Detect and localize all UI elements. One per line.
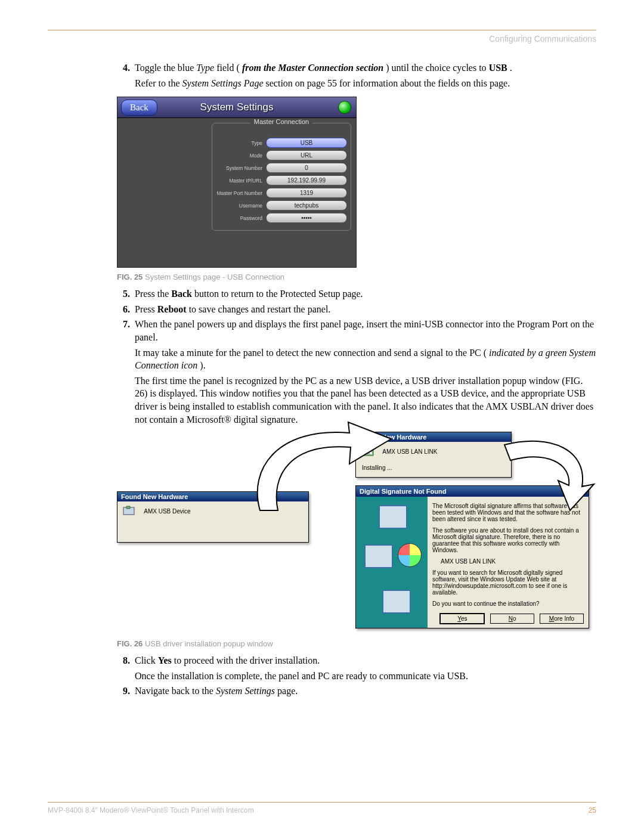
text: to save changes and restart the panel.	[189, 304, 331, 314]
field-value[interactable]: •••••	[266, 213, 347, 223]
device-name: AMX USB Device	[144, 508, 190, 515]
field-label: Type	[216, 140, 266, 146]
title-text: Found New Hardware	[360, 433, 426, 441]
figure-26-caption: FIG. 26 USB driver installation popup wi…	[117, 639, 596, 648]
dialog-text: The Microsoft digital signature affirms …	[432, 503, 584, 522]
window-title: Found New Hardware	[356, 432, 511, 442]
dialog-text: The software you are about to install do…	[432, 527, 584, 553]
step-number: 6.	[113, 303, 135, 316]
text: Refer to the	[135, 78, 182, 88]
figure-number: FIG. 26	[117, 639, 143, 648]
text: Navigate back to the	[135, 686, 216, 696]
field-row: Password•••••	[216, 213, 347, 223]
digital-signature-dialog: Digital Signature Not Found × The Micros…	[355, 485, 589, 628]
field-value[interactable]: USB	[266, 138, 347, 148]
text: Reboot	[157, 304, 187, 314]
text: Press the	[135, 289, 171, 299]
dialog-text: AMX USB LAN LINK	[441, 558, 584, 565]
group-legend: Master Connection	[250, 118, 312, 125]
dialog-text: Do you want to continue the installation…	[432, 600, 584, 607]
step-4: 4. Toggle the blue Type field ( from the…	[113, 61, 596, 89]
field-value[interactable]: 1319	[266, 188, 347, 198]
connection-status-icon	[338, 101, 351, 114]
page-number: 25	[589, 806, 596, 815]
field-label: System Number	[216, 165, 266, 171]
field-label: Master IP/URL	[216, 178, 266, 184]
no-button[interactable]: NNoo	[490, 614, 534, 624]
text: ).	[200, 360, 205, 370]
step-5: 5. Press the Back button to return to th…	[113, 287, 596, 301]
step-number: 7.	[113, 318, 135, 426]
status-text: Installing ...	[362, 465, 506, 471]
field-label: Password	[216, 215, 266, 221]
field-row: Usernametechpubs	[216, 200, 347, 210]
window-title: Found New Hardware	[117, 492, 308, 501]
svg-rect-1	[363, 448, 367, 451]
caption-text: System Settings page - USB Connection	[143, 272, 284, 281]
text: Click	[135, 655, 158, 665]
caption-text: USB driver installation popup window	[143, 639, 273, 648]
step-6: 6. Press Reboot to save changes and rest…	[113, 303, 596, 316]
field-value[interactable]: URL	[266, 150, 347, 160]
section-header: Configuring Communications	[48, 34, 596, 44]
page-footer: MVP-8400i 8.4" Modero® ViewPoint® Touch …	[48, 802, 596, 815]
text: The first time the panel is recognized b…	[135, 374, 596, 426]
footer-text: MVP-8400i 8.4" Modero® ViewPoint® Touch …	[48, 806, 254, 815]
step-number: 4.	[113, 61, 135, 89]
field-row: TypeUSB	[216, 138, 347, 148]
field-row: System Number0	[216, 163, 347, 173]
text: field (	[216, 63, 240, 73]
step-9: 9. Navigate back to the System Settings …	[113, 685, 596, 698]
found-new-hardware-tooltip-1: Found New Hardware AMX USB LAN LINK Inst…	[355, 432, 512, 478]
panel-titlebar: Back System Settings	[117, 97, 356, 118]
field-label: Mode	[216, 153, 266, 159]
title-text: Found New Hardware	[121, 493, 188, 500]
hardware-icon	[361, 445, 376, 459]
step-number: 8.	[113, 654, 135, 682]
field-value[interactable]: 0	[266, 163, 347, 173]
figure-25: Back System Settings Master Connection T…	[117, 97, 355, 268]
dialog-text: If you want to search for Microsoft digi…	[432, 569, 584, 596]
text: from the Master Connection section	[242, 63, 383, 73]
text: When the panel powers up and displays th…	[135, 319, 594, 342]
master-connection-group: Master Connection TypeUSBModeURLSystem N…	[212, 123, 351, 231]
step-number: 5.	[113, 287, 135, 301]
text: section on page 55 for information about…	[266, 78, 510, 88]
field-row: Master Port Number1319	[216, 188, 347, 198]
device-name: AMX USB LAN LINK	[382, 448, 437, 455]
field-value[interactable]: techpubs	[266, 200, 347, 210]
field-value[interactable]: 192.192.99.99	[266, 175, 347, 185]
hardware-icon	[122, 505, 138, 518]
text: button to return to the Protected Setup …	[194, 289, 363, 299]
text: Back	[171, 289, 192, 299]
field-label: Username	[216, 203, 266, 209]
back-button[interactable]: Back	[121, 100, 157, 116]
text: Toggle the blue	[135, 63, 196, 73]
text: .	[510, 63, 512, 73]
text: Type	[196, 63, 214, 73]
field-row: ModeURL	[216, 150, 347, 160]
field-label: Master Port Number	[216, 190, 266, 196]
text: System Settings Page	[182, 78, 264, 88]
text: Once the installation is complete, the p…	[135, 670, 596, 683]
step-7: 7. When the panel powers up and displays…	[113, 318, 596, 426]
text: Press	[135, 304, 157, 314]
text: Yes	[158, 655, 172, 665]
figure-number: FIG. 25	[117, 272, 143, 281]
field-row: Master IP/URL192.192.99.99	[216, 175, 347, 185]
step-number: 9.	[113, 685, 135, 698]
dialog-graphic	[356, 497, 428, 628]
more-info-button[interactable]: MMore Infoore Info	[540, 614, 584, 624]
found-new-hardware-tooltip-2: Found New Hardware AMX USB Device	[117, 491, 309, 543]
close-icon[interactable]: ×	[575, 487, 585, 496]
system-settings-panel: Back System Settings Master Connection T…	[117, 97, 357, 268]
text: page.	[277, 686, 298, 696]
text: ) until the choice cycles to	[386, 63, 488, 73]
text: USB	[489, 63, 507, 73]
svg-point-2	[370, 452, 372, 454]
figure-25-caption: FIG. 25 System Settings page - USB Conne…	[117, 272, 596, 281]
title-text: Digital Signature Not Found	[360, 488, 446, 495]
yes-button[interactable]: YYeses	[439, 613, 485, 624]
text: It may take a minute for the panel to de…	[135, 348, 487, 358]
text: to proceed with the driver installation.	[174, 655, 320, 665]
